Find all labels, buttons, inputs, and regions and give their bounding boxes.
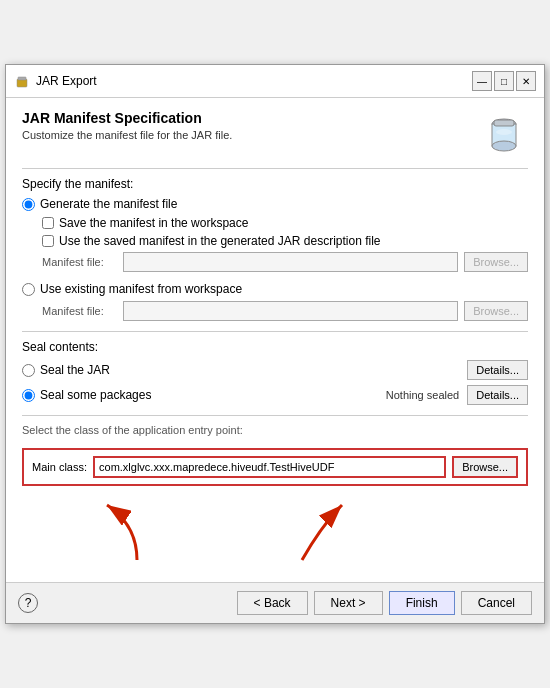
- checkbox-save-row: Save the manifest in the workspace: [42, 216, 528, 230]
- seal-jar-left: Seal the JAR: [22, 363, 110, 377]
- checkbox-use-saved-row: Use the saved manifest in the generated …: [42, 234, 528, 248]
- seal-divider: [22, 331, 528, 332]
- seal-jar-right: Details...: [467, 360, 528, 380]
- svg-rect-5: [494, 120, 514, 126]
- radio-seal-some[interactable]: [22, 389, 35, 402]
- header-text: JAR Manifest Specification Customize the…: [22, 110, 232, 141]
- radio-use-existing[interactable]: [22, 283, 35, 296]
- manifest-file-input1[interactable]: [123, 252, 458, 272]
- title-text: JAR Export: [36, 74, 97, 88]
- browse-btn-1[interactable]: Browse...: [464, 252, 528, 272]
- radio-existing-row: Use existing manifest from workspace: [22, 282, 528, 296]
- radio-generate-label[interactable]: Generate the manifest file: [40, 197, 177, 211]
- entry-divider: [22, 415, 528, 416]
- radio-seal-some-label[interactable]: Seal some packages: [40, 388, 151, 402]
- title-bar-left: JAR Export: [14, 73, 97, 89]
- nothing-sealed-text: Nothing sealed: [386, 389, 459, 401]
- arrow-left: [77, 495, 157, 565]
- next-btn[interactable]: Next >: [314, 591, 383, 615]
- jar-export-window: JAR Export — □ ✕ JAR Manifest Specificat…: [5, 64, 545, 624]
- svg-rect-1: [18, 77, 26, 80]
- page-subtitle: Customize the manifest file for the JAR …: [22, 129, 232, 141]
- back-btn[interactable]: < Back: [237, 591, 308, 615]
- seal-section-label: Seal contents:: [22, 340, 528, 354]
- radio-seal-jar-label[interactable]: Seal the JAR: [40, 363, 110, 377]
- seal-jar-row: Seal the JAR Details...: [22, 360, 528, 380]
- cancel-btn[interactable]: Cancel: [461, 591, 532, 615]
- help-btn[interactable]: ?: [18, 593, 38, 613]
- jar-title-icon: [14, 73, 30, 89]
- checkbox-save[interactable]: [42, 217, 54, 229]
- main-class-section: Main class: Browse...: [22, 448, 528, 486]
- main-class-input-row: Main class: Browse...: [32, 456, 518, 478]
- page-title: JAR Manifest Specification: [22, 110, 232, 126]
- radio-use-existing-label[interactable]: Use existing manifest from workspace: [40, 282, 242, 296]
- radio-generate[interactable]: [22, 198, 35, 211]
- details-btn-1[interactable]: Details...: [467, 360, 528, 380]
- main-content: JAR Manifest Specification Customize the…: [6, 98, 544, 582]
- svg-point-6: [496, 129, 512, 135]
- manifest-file-label2: Manifest file:: [42, 305, 117, 317]
- page-header: JAR Manifest Specification Customize the…: [22, 110, 528, 158]
- radio-generate-row: Generate the manifest file: [22, 197, 528, 211]
- main-class-prefix: Main class:: [32, 461, 87, 473]
- footer-left: ?: [18, 593, 38, 613]
- title-controls: — □ ✕: [472, 71, 536, 91]
- svg-point-4: [492, 141, 516, 151]
- details-btn-2[interactable]: Details...: [467, 385, 528, 405]
- manifest-file-input2[interactable]: [123, 301, 458, 321]
- footer-buttons: < Back Next > Finish Cancel: [237, 591, 532, 615]
- browse-btn-2[interactable]: Browse...: [464, 301, 528, 321]
- close-btn[interactable]: ✕: [516, 71, 536, 91]
- seal-some-right: Nothing sealed Details...: [386, 385, 528, 405]
- finish-btn[interactable]: Finish: [389, 591, 455, 615]
- arrow-middle: [262, 495, 362, 565]
- seal-some-row: Seal some packages Nothing sealed Detail…: [22, 385, 528, 405]
- manifest-file-label1: Manifest file:: [42, 256, 117, 268]
- footer: ? < Back Next > Finish Cancel: [6, 582, 544, 623]
- manifest-file-row2: Manifest file: Browse...: [42, 301, 528, 321]
- main-class-input[interactable]: [93, 456, 446, 478]
- title-bar: JAR Export — □ ✕: [6, 65, 544, 98]
- entry-point-label: Select the class of the application entr…: [22, 424, 528, 436]
- radio-seal-jar[interactable]: [22, 364, 35, 377]
- jar-icon: [480, 110, 528, 158]
- arrows-area: [22, 490, 528, 570]
- manifest-file-row1: Manifest file: Browse...: [42, 252, 528, 272]
- checkbox-use-saved[interactable]: [42, 235, 54, 247]
- header-divider: [22, 168, 528, 169]
- checkbox-save-label[interactable]: Save the manifest in the workspace: [59, 216, 248, 230]
- manifest-section-label: Specify the manifest:: [22, 177, 528, 191]
- maximize-btn[interactable]: □: [494, 71, 514, 91]
- minimize-btn[interactable]: —: [472, 71, 492, 91]
- checkbox-use-saved-label[interactable]: Use the saved manifest in the generated …: [59, 234, 381, 248]
- seal-some-left: Seal some packages: [22, 388, 151, 402]
- main-class-browse-btn[interactable]: Browse...: [452, 456, 518, 478]
